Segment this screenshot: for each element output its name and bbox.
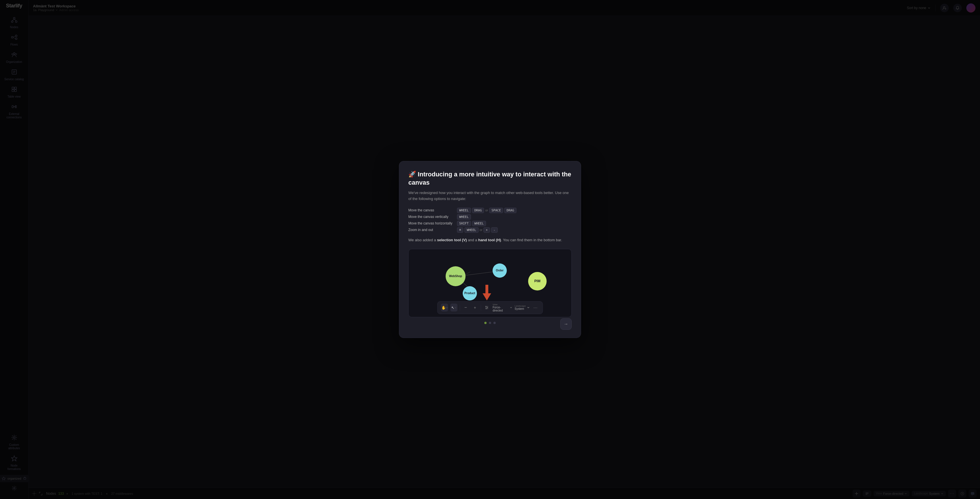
preview-connections-svg: [409, 249, 490, 249]
shortcut-label-0: Move the canvas: [408, 208, 452, 213]
modal-dialog: 🚀 Introducing a more intuitive way to in…: [399, 161, 490, 249]
key-drag-1: DRAG: [472, 208, 484, 213]
key-wheel-3: WHEEL: [472, 221, 486, 226]
key-space: SPACE: [489, 208, 490, 213]
key-shift: SHIFT: [457, 221, 471, 226]
or-1: or: [485, 208, 488, 212]
shortcut-label-2: Move the canvas horizontally: [408, 221, 452, 226]
canvas-preview: WebShop Order Product PIM ✋ H ↖: [408, 249, 490, 249]
or-2: or: [480, 228, 483, 232]
key-wheel-4: WHEEL: [465, 227, 478, 233]
shortcut-keys-0: WHEEL DRAG or SPACE DRAG: [457, 208, 490, 213]
shortcut-keys-1: WHEEL: [457, 214, 490, 219]
shortcut-label-3: Zoom in and out: [408, 227, 452, 233]
key-plus: +: [484, 227, 490, 233]
modal-note: We also added a selection tool (V) and a…: [408, 237, 490, 243]
key-wheel-1: WHEEL: [457, 208, 471, 213]
key-cmd: ⌘: [457, 227, 463, 233]
modal-overlay[interactable]: 🚀 Introducing a more intuitive way to in…: [0, 0, 490, 249]
modal-description: We've redesigned how you interact with t…: [408, 190, 490, 202]
shortcut-label-1: Move the canvas vertically: [408, 214, 452, 219]
shortcuts-grid: Move the canvas WHEEL DRAG or SPACE DRAG…: [408, 208, 490, 233]
key-wheel-2: WHEEL: [457, 214, 471, 219]
modal-title: 🚀 Introducing a more intuitive way to in…: [408, 170, 490, 187]
shortcut-keys-2: SHIFT WHEEL: [457, 221, 490, 226]
shortcut-keys-3: ⌘ WHEEL or + -: [457, 227, 490, 233]
